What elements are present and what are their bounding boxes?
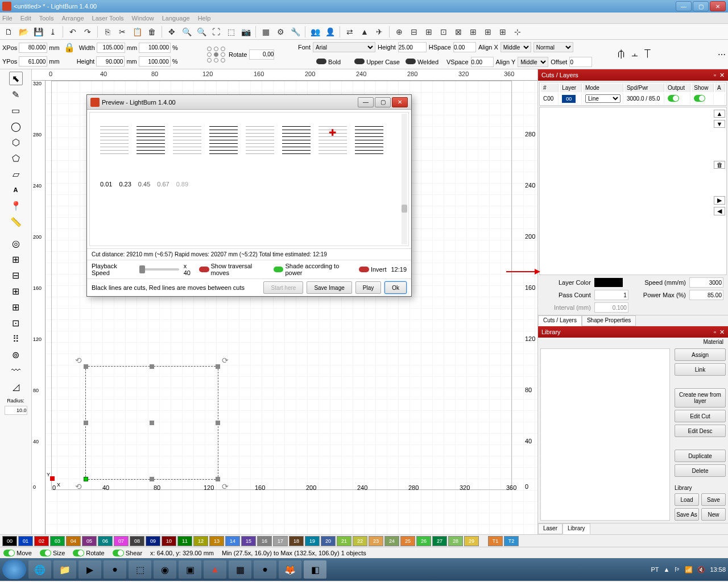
tray-wifi-icon[interactable]: 📶 [685, 566, 693, 573]
traversal-toggle[interactable] [199, 267, 209, 272]
menu-window[interactable]: Window [132, 15, 154, 22]
palette-swatch-27[interactable]: 27 [432, 536, 447, 546]
shear-toggle[interactable] [113, 550, 124, 556]
undo-icon[interactable]: ↶ [67, 26, 79, 38]
palette-swatch-02[interactable]: 02 [34, 536, 49, 546]
pass-count-input[interactable] [594, 290, 628, 300]
width-input[interactable] [97, 43, 125, 53]
preview-close-button[interactable]: ✕ [392, 97, 408, 107]
palette-swatch-10[interactable]: 10 [162, 536, 176, 546]
menu-language[interactable]: Language [162, 15, 190, 22]
preview-minimize-button[interactable]: — [358, 97, 374, 107]
bool4-tool-icon[interactable]: ⊡ [9, 316, 23, 330]
library-list[interactable] [540, 348, 670, 521]
palette-swatch-22[interactable]: 22 [353, 536, 367, 546]
close-button[interactable]: ✕ [710, 1, 726, 11]
marker-tool-icon[interactable]: 📍 [9, 199, 23, 213]
taskbar-app-media[interactable]: ▶ [78, 560, 101, 579]
group-icon[interactable]: 👥 [309, 26, 321, 38]
move-down-icon[interactable]: ▼ [714, 120, 725, 128]
panel-close-icon[interactable]: ✕ [719, 72, 725, 79]
invert-toggle[interactable] [359, 267, 369, 272]
save-image-button[interactable]: Save Image [307, 281, 351, 294]
tab-laser[interactable]: Laser [538, 523, 562, 534]
flip-h-icon[interactable]: ⇄ [344, 26, 356, 38]
load-button[interactable]: Load [675, 493, 699, 506]
palette-swatch-25[interactable]: 25 [400, 536, 415, 546]
bool3-tool-icon[interactable]: ⊞ [9, 300, 23, 314]
new-icon[interactable]: 🗋 [2, 26, 15, 38]
palette-swatch-14[interactable]: 14 [225, 536, 240, 546]
show-toggle[interactable] [694, 95, 705, 102]
paste-icon[interactable]: 📋 [131, 26, 143, 38]
delete-button[interactable]: Delete [675, 464, 726, 477]
offset-tool-icon[interactable]: ◎ [9, 236, 23, 250]
alignx-select[interactable]: Middle [500, 42, 531, 52]
palette-swatch-07[interactable]: 07 [114, 536, 129, 546]
taskbar-app-5[interactable]: ⬚ [129, 560, 151, 579]
expand-left-icon[interactable]: ◀ [714, 207, 725, 215]
dist-1-icon[interactable]: ⫛ [617, 48, 627, 60]
menu-file[interactable]: File [2, 15, 13, 22]
taskbar-app-firefox[interactable]: 🦊 [279, 560, 301, 579]
font-height-input[interactable] [398, 42, 427, 52]
xpos-input[interactable] [19, 43, 47, 53]
speed-input[interactable] [689, 277, 723, 288]
pen-tool-icon[interactable]: ✎ [9, 88, 23, 101]
dist-2-icon[interactable]: ⫠ [630, 48, 640, 60]
zoom-in-icon[interactable]: 🔍 [180, 26, 193, 38]
polygon-tool-icon[interactable]: ⬡ [9, 135, 23, 149]
text-tool-icon[interactable]: A [9, 183, 23, 197]
palette-swatch-19[interactable]: 19 [305, 536, 320, 546]
menu-help[interactable]: Help [198, 15, 211, 22]
offset-input[interactable] [569, 57, 592, 67]
minimize-button[interactable]: — [676, 1, 692, 11]
ok-button[interactable]: Ok [384, 281, 407, 294]
shade-power-toggle[interactable] [274, 267, 283, 272]
taskbar-app-chrome[interactable]: ◉ [154, 560, 176, 579]
ypos-input[interactable] [19, 56, 47, 66]
font-style-select[interactable]: Normal [533, 42, 573, 52]
mode-select[interactable]: Line [585, 94, 621, 103]
palette-swatch-13[interactable]: 13 [209, 536, 224, 546]
palette-swatch-26[interactable]: 26 [416, 536, 431, 546]
preview-canvas[interactable]: ✚ 0.01 0.23 0.45 0.67 0.89 [89, 112, 409, 246]
edit-cut-button[interactable]: Edit Cut [675, 410, 726, 422]
delete-layer-icon[interactable]: 🗑 [714, 161, 725, 169]
align-7-icon[interactable]: ⊞ [482, 26, 494, 38]
taskbar-app-ie[interactable]: 🌐 [28, 560, 51, 579]
palette-swatch-04[interactable]: 04 [66, 536, 81, 546]
new-button[interactable]: New [701, 508, 726, 521]
copy-icon[interactable]: ⎘ [101, 26, 114, 38]
align-2-icon[interactable]: ⊟ [408, 26, 420, 38]
palette-swatch-16[interactable]: 16 [257, 536, 272, 546]
menu-tools[interactable]: Tools [39, 15, 54, 22]
palette-swatch-21[interactable]: 21 [337, 536, 351, 546]
palette-swatch-00[interactable]: 00 [2, 536, 17, 546]
move-up-icon[interactable]: ▲ [714, 110, 725, 118]
rotate-handle-tr[interactable]: ⟳ [222, 356, 229, 365]
lib-undock-icon[interactable]: ▫ [714, 329, 716, 335]
frame-icon[interactable]: ⬚ [225, 26, 237, 38]
select-tool-icon[interactable]: ⬉ [9, 72, 23, 85]
redo-icon[interactable]: ↷ [81, 26, 94, 38]
zoom-out-icon[interactable]: 🔍 [195, 26, 208, 38]
palette-swatch-11[interactable]: 11 [177, 536, 192, 546]
palette-swatch-17[interactable]: 17 [273, 536, 288, 546]
menu-laser-tools[interactable]: Laser Tools [92, 15, 124, 22]
tab-shape-properties[interactable]: Shape Properties [582, 315, 636, 326]
tab-cuts-layers[interactable]: Cuts / Layers [538, 315, 582, 326]
tray-up-icon[interactable]: ▲ [664, 566, 670, 573]
link-button[interactable]: Link [675, 363, 726, 376]
flip-v-icon[interactable]: ▲ [358, 26, 371, 38]
align-4-icon[interactable]: ⊡ [437, 26, 450, 38]
taskbar-app-explorer[interactable]: 📁 [53, 560, 76, 579]
interval-input[interactable] [594, 302, 628, 313]
rotate-input[interactable] [249, 49, 274, 60]
edit-desc-button[interactable]: Edit Desc [675, 425, 726, 437]
dist-3-icon[interactable]: ⟙ [644, 48, 651, 60]
menu-edit[interactable]: Edit [20, 15, 31, 22]
aligny-select[interactable]: Middle [518, 57, 548, 67]
align-3-icon[interactable]: ⊞ [423, 26, 435, 38]
create-from-layer-button[interactable]: Create new from layer [675, 388, 726, 408]
